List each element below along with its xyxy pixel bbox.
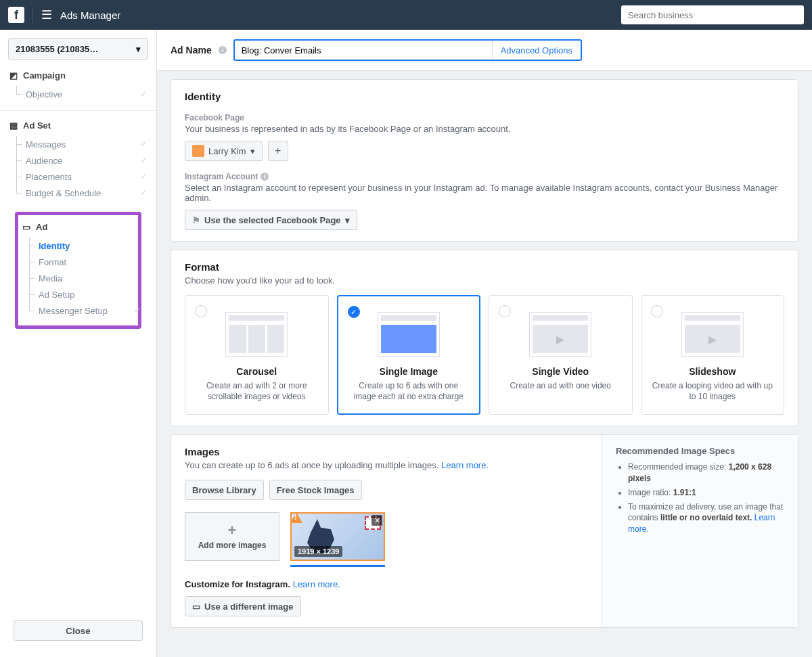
- nav-ad-head[interactable]: ▭ Ad: [22, 222, 134, 232]
- search-input[interactable]: [621, 5, 804, 24]
- ad-name-input[interactable]: [235, 41, 492, 60]
- avatar: [192, 145, 204, 157]
- nav-campaign-head[interactable]: ◩ Campaign: [9, 70, 147, 81]
- format-panel: Format Choose how you'd like your ad to …: [171, 250, 798, 426]
- use-different-image-button[interactable]: ▭ Use a different image: [185, 596, 301, 616]
- images-subtitle: You can create up to 6 ads at once by up…: [185, 460, 588, 470]
- identity-panel: Identity Facebook Page Your business is …: [171, 79, 798, 242]
- dimensions-badge: 1919 × 1239: [294, 546, 342, 557]
- specs-title: Recommended Image Specs: [616, 446, 784, 456]
- spec-item: To maximize ad delivery, use an image th…: [628, 501, 784, 535]
- fb-page-label: Facebook Page: [185, 113, 784, 122]
- sidebar-item-media[interactable]: Media: [29, 270, 134, 286]
- check-icon: ✓: [134, 306, 141, 315]
- info-icon[interactable]: i: [261, 173, 269, 181]
- use-fb-page-button[interactable]: ⚑ Use the selected Facebook Page ▾: [185, 210, 357, 230]
- radio-checked-icon: ✓: [348, 306, 360, 318]
- account-selector[interactable]: 21083555 (210835… ▾: [8, 38, 148, 60]
- app-title: Ads Manager: [60, 9, 120, 21]
- format-thumb: [378, 312, 440, 357]
- format-thumb: [529, 312, 591, 357]
- device-icon: ▭: [192, 602, 200, 612]
- format-thumb: [681, 312, 744, 357]
- learn-more-link[interactable]: Learn more.: [441, 460, 489, 470]
- account-label: 21083555 (210835…: [16, 44, 98, 54]
- ig-label: Instagram Accounti: [185, 172, 784, 181]
- identity-title: Identity: [185, 91, 784, 102]
- add-page-button[interactable]: +: [268, 141, 288, 161]
- check-icon: ✓: [140, 156, 147, 165]
- sidebar-item-format[interactable]: Format: [29, 254, 134, 270]
- remove-image-icon[interactable]: ✕: [371, 515, 382, 526]
- divider: [32, 7, 33, 23]
- customize-label: Customize for Instagram.: [185, 579, 290, 589]
- plus-icon: +: [228, 523, 237, 538]
- info-icon[interactable]: i: [219, 46, 227, 54]
- sidebar-item-audience[interactable]: Audience✓: [16, 152, 147, 168]
- format-card-slideshow[interactable]: Slideshow Create a looping video ad with…: [641, 295, 785, 415]
- facebook-logo[interactable]: f: [8, 7, 24, 23]
- check-icon: ✓: [140, 139, 147, 149]
- page-selector[interactable]: Larry Kim ▾: [185, 141, 263, 161]
- caret-down-icon: ▾: [345, 215, 350, 225]
- advanced-options-link[interactable]: Advanced Options: [492, 41, 581, 60]
- spec-item: Image ratio: 1.91:1: [628, 487, 784, 499]
- images-panel: Images You can create up to 6 ads at onc…: [171, 434, 798, 628]
- format-subtitle: Choose how you'd like your ad to look.: [185, 275, 784, 286]
- check-icon: ✓: [140, 89, 147, 99]
- images-title: Images: [185, 446, 588, 457]
- format-title: Format: [185, 261, 784, 273]
- radio-icon: [651, 305, 663, 317]
- ig-desc: Select an Instagram account to represent…: [185, 183, 784, 203]
- radio-icon: [195, 305, 207, 317]
- format-card-carousel[interactable]: Carousel Create an ad with 2 or more scr…: [185, 295, 329, 415]
- learn-more-link[interactable]: Learn more.: [293, 579, 340, 589]
- image-thumbnail[interactable]: ✕ 1919 × 1239: [290, 512, 385, 561]
- sidebar-item-budget[interactable]: Budget & Schedule✓: [16, 185, 147, 201]
- sidebar-item-messenger[interactable]: Messenger Setup✓: [29, 302, 134, 319]
- format-card-single-video[interactable]: Single Video Create an ad with one video: [489, 295, 633, 415]
- spec-item: Recommended image size: 1,200 x 628 pixe…: [628, 461, 784, 484]
- check-icon: ✓: [140, 188, 147, 198]
- caret-down-icon: ▾: [250, 146, 255, 156]
- sidebar-item-placements[interactable]: Placements✓: [16, 168, 147, 185]
- selected-indicator: [290, 565, 385, 567]
- fb-page-desc: Your business is represented in ads by i…: [185, 124, 784, 134]
- sidebar-item-messages[interactable]: Messages✓: [16, 136, 147, 152]
- sidebar-item-objective[interactable]: Objective ✓: [16, 86, 147, 102]
- sidebar-item-adsetup[interactable]: Ad Setup: [29, 286, 134, 302]
- ad-name-label: Ad Name: [171, 45, 212, 55]
- nav-adset-head[interactable]: ▦ Ad Set: [9, 120, 147, 131]
- format-thumb: [225, 312, 288, 357]
- browse-library-button[interactable]: Browse Library: [185, 480, 264, 500]
- campaign-icon: ◩: [9, 70, 18, 81]
- page-name: Larry Kim: [208, 146, 246, 156]
- flag-icon: ⚑: [192, 215, 200, 225]
- check-icon: ✓: [140, 172, 147, 181]
- adset-icon: ▦: [9, 120, 18, 131]
- format-card-single-image[interactable]: ✓ Single Image Create up to 6 ads with o…: [337, 295, 481, 415]
- sidebar-item-identity[interactable]: Identity: [29, 237, 134, 254]
- free-stock-button[interactable]: Free Stock Images: [269, 480, 362, 500]
- add-more-images-button[interactable]: + Add more images: [185, 512, 279, 561]
- warning-icon: [290, 512, 302, 523]
- hamburger-icon[interactable]: ☰: [41, 7, 52, 22]
- radio-icon: [499, 305, 511, 317]
- close-button[interactable]: Close: [14, 620, 143, 641]
- ad-icon: ▭: [22, 222, 30, 232]
- ad-section-highlight: ▭ Ad Identity Format Media Ad Setup Mess…: [15, 212, 141, 329]
- caret-down-icon: ▾: [136, 44, 141, 54]
